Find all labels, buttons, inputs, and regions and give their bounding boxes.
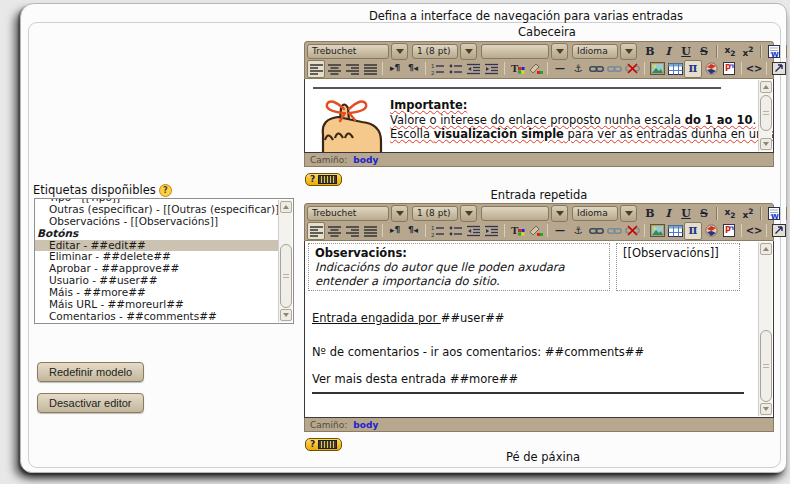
dir-ltr-icon[interactable]: ▸¶ [386,60,404,78]
italic-icon[interactable]: I [659,43,677,61]
superscript-icon[interactable]: x2 [739,205,757,223]
font-size-select[interactable]: 1 (8 pt) [412,205,477,222]
subscript-icon[interactable]: x2 [721,205,739,223]
font-family-select[interactable]: Trebuchet [307,205,408,222]
scroll-up-icon[interactable] [760,243,772,255]
image-icon[interactable] [648,222,666,240]
table-icon[interactable] [666,222,684,240]
fullscreen-icon[interactable] [770,222,788,240]
disable-editor-button[interactable]: Desactivar editor [37,393,144,413]
redefine-template-button[interactable]: Redefinir modelo [37,362,144,382]
ordered-list-icon[interactable]: 12 [429,222,447,240]
highlight-icon[interactable] [526,60,544,78]
horizontal-rule-icon[interactable]: — [551,60,569,78]
fullscreen-icon[interactable] [770,60,788,78]
horizontal-rule-icon[interactable]: — [551,222,569,240]
scrollbar[interactable] [758,80,772,151]
scrollbar-thumb[interactable] [760,95,772,131]
dir-rtl-icon[interactable]: ¶◂ [404,60,422,78]
font-color-icon[interactable]: T [508,60,526,78]
link-icon[interactable] [587,222,605,240]
table-icon[interactable] [666,60,684,78]
unlink-icon[interactable] [623,222,641,240]
unlink-icon[interactable] [623,60,641,78]
spellcheck-icon[interactable]: P [720,222,738,240]
equation-icon[interactable]: π [684,60,702,78]
scroll-down-icon[interactable] [280,309,292,321]
font-size-select[interactable]: 1 (8 pt) [412,43,477,60]
scrollbar-thumb[interactable] [280,244,292,308]
strikethrough-icon[interactable]: S [695,43,713,61]
spellcheck-icon[interactable]: P [720,60,738,78]
underline-icon[interactable]: U [677,43,695,61]
image-icon[interactable] [648,60,666,78]
format-select[interactable] [481,43,568,60]
anchor-icon[interactable]: ⚓ [569,222,587,240]
chevron-down-icon[interactable] [391,205,408,222]
link-icon[interactable] [587,60,605,78]
language-select[interactable]: Idioma [572,43,637,60]
format-select[interactable] [481,205,568,222]
language-select[interactable]: Idioma [572,205,637,222]
weblink-icon[interactable] [605,222,623,240]
equation-icon[interactable]: π [684,222,702,240]
align-justify-icon[interactable] [361,60,379,78]
clean-word-icon[interactable]: W [765,43,783,61]
chevron-down-icon[interactable] [551,205,568,222]
html-source-icon[interactable]: <> [745,60,763,78]
align-right-icon[interactable] [343,60,361,78]
clean-word-icon[interactable]: W [765,205,783,223]
list-item[interactable]: Outras (especificar) - [[Outras (especif… [35,204,279,216]
align-center-icon[interactable] [325,222,343,240]
unordered-list-icon[interactable] [447,222,465,240]
scroll-up-icon[interactable] [280,201,292,213]
align-center-icon[interactable] [325,60,343,78]
align-right-icon[interactable] [343,222,361,240]
font-family-select[interactable]: Trebuchet [307,43,408,60]
scrollbar-thumb[interactable] [760,330,772,402]
font-color-icon[interactable]: T [508,222,526,240]
align-left-icon[interactable] [307,222,325,240]
editor-help-button[interactable]: ? [305,438,342,451]
chevron-down-icon[interactable] [391,43,408,60]
bold-icon[interactable]: B [641,205,659,223]
ordered-list-icon[interactable]: 12 [429,60,447,78]
list-item[interactable]: Observacións - [[Observacións]] [35,216,279,228]
bold-icon[interactable]: B [641,43,659,61]
scrollbar[interactable] [758,242,772,416]
html-source-icon[interactable]: <> [745,222,763,240]
italic-icon[interactable]: I [659,205,677,223]
dir-ltr-icon[interactable]: ▸¶ [386,222,404,240]
indent-icon[interactable] [483,60,501,78]
align-justify-icon[interactable] [361,222,379,240]
help-icon[interactable]: ? [159,184,172,197]
chevron-down-icon[interactable] [620,43,637,60]
anchor-icon[interactable]: ⚓ [569,60,587,78]
smiley-icon[interactable] [702,222,720,240]
chevron-down-icon[interactable] [460,43,477,60]
underline-icon[interactable]: U [677,205,695,223]
path-body-link[interactable]: body [353,155,378,165]
unordered-list-icon[interactable] [447,60,465,78]
smiley-icon[interactable] [702,60,720,78]
scroll-down-icon[interactable] [760,403,772,415]
available-tags-listbox[interactable]: Tipo - [[Tipo]]Outras (especificar) - [[… [34,198,294,324]
path-body-link[interactable]: body [353,420,378,430]
chevron-down-icon[interactable] [551,43,568,60]
weblink-icon[interactable] [605,60,623,78]
chevron-down-icon[interactable] [460,205,477,222]
editor-help-button[interactable]: ? [305,173,342,186]
dir-rtl-icon[interactable]: ¶◂ [404,222,422,240]
chevron-down-icon[interactable] [620,205,637,222]
strikethrough-icon[interactable]: S [695,205,713,223]
list-item[interactable]: Comentarios - ##comments## [35,311,279,323]
subscript-icon[interactable]: x2 [721,43,739,61]
align-left-icon[interactable] [307,60,325,78]
header-editor-content[interactable]: Importante: Valore o interese do enlace … [304,79,774,153]
outdent-icon[interactable] [465,60,483,78]
scrollbar[interactable] [278,200,292,322]
list-item[interactable]: Botóns [35,228,279,240]
highlight-icon[interactable] [526,222,544,240]
superscript-icon[interactable]: x2 [739,43,757,61]
outdent-icon[interactable] [465,222,483,240]
